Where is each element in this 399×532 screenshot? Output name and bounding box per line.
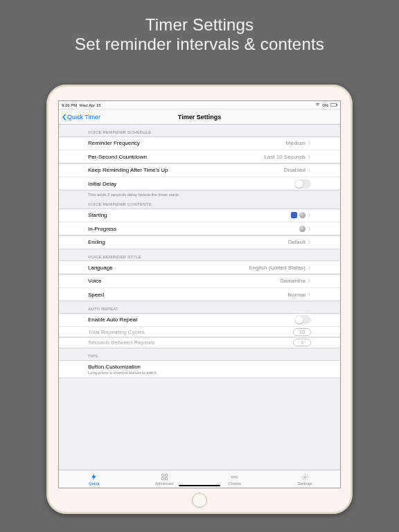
row-value: Samantha: [281, 278, 305, 284]
row-label: Enable Auto Repeat: [88, 317, 137, 323]
chevron-right-icon: [308, 265, 311, 270]
wifi-icon: [315, 103, 320, 107]
svg-rect-1: [337, 104, 337, 105]
svg-point-9: [304, 476, 306, 478]
chevron-left-icon: [62, 114, 67, 121]
tips-title: Button Customization: [88, 364, 311, 370]
grid-icon: [161, 473, 168, 481]
row-button-customization: Button Customization Long press a shortc…: [59, 360, 340, 378]
ipad-screen: 9:26 PM Wed Apr 15 0% Quick Timer Timer …: [58, 100, 341, 488]
seconds-between-field[interactable]: 3: [293, 339, 311, 346]
back-label: Quick Timer: [67, 114, 100, 121]
battery-pct: 0%: [322, 103, 328, 107]
status-bar: 9:26 PM Wed Apr 15 0%: [59, 101, 340, 109]
row-speed[interactable]: Speed Normal: [59, 287, 340, 301]
page-title: Timer Settings: [178, 114, 221, 121]
home-indicator: [179, 485, 220, 486]
row-label: Total Repeating Cycles: [88, 329, 145, 335]
chevron-right-icon: [308, 168, 311, 173]
row-per-second-countdown[interactable]: Per-Second Countdown Last 10 Seconds: [59, 150, 340, 163]
row-reminder-frequency[interactable]: Reminder Frequency Medium: [59, 136, 340, 150]
ipad-frame: 9:26 PM Wed Apr 15 0% Quick Timer Timer …: [46, 85, 353, 514]
tab-label: Advanced: [155, 481, 174, 486]
chevron-right-icon: [308, 278, 311, 284]
tab-settings[interactable]: Settings: [270, 470, 341, 488]
chevron-right-icon: [308, 292, 311, 297]
tab-bar: Quick Advanced Chains Settings: [59, 470, 340, 488]
chevron-right-icon: [308, 141, 311, 146]
row-label: Per-Second Countdown: [88, 154, 147, 160]
svg-rect-5: [165, 477, 167, 479]
chevron-right-icon: [308, 213, 311, 218]
battery-icon: [330, 103, 337, 107]
row-value: Last 10 Seconds: [264, 154, 305, 160]
row-language[interactable]: Language English (United States): [59, 260, 340, 274]
row-label: In-Progress: [88, 226, 116, 232]
row-label: Initial Delay: [88, 181, 116, 187]
section-header-tips: TIPS: [59, 348, 340, 360]
row-seconds-between: Seconds Between Repeats 3: [59, 337, 340, 348]
chevron-right-icon: [308, 226, 311, 231]
row-initial-delay[interactable]: Initial Delay: [59, 177, 340, 190]
section-header-autorepeat: AUTO REPEAT: [59, 301, 340, 313]
chevron-right-icon: [308, 154, 311, 159]
row-label: Voice: [88, 278, 102, 284]
nav-bar: Quick Timer Timer Settings: [59, 109, 340, 125]
home-button[interactable]: [192, 493, 207, 508]
tips-subtitle: Long press a shortcut button to edit it.: [88, 370, 311, 375]
section-header-contents: VOICE REMINDER CONTENTS: [59, 200, 340, 209]
voice-orb-icon: [299, 212, 305, 218]
row-total-cycles: Total Repeating Cycles 10: [59, 326, 340, 337]
row-label: Language: [88, 265, 113, 271]
row-ending[interactable]: Ending Default: [59, 236, 340, 249]
section-header-schedule: VOICE REMINDER SCHEDULE: [59, 125, 340, 136]
row-label: Speed: [88, 292, 104, 298]
svg-rect-7: [236, 476, 238, 478]
chain-icon: [231, 473, 238, 481]
svg-rect-2: [161, 474, 163, 476]
row-enable-auto-repeat[interactable]: Enable Auto Repeat: [59, 313, 340, 327]
row-keep-reminding[interactable]: Keep Reminding After Time's Up Disabled: [59, 163, 340, 177]
status-date: Wed Apr 15: [79, 103, 100, 107]
row-label: Ending: [88, 239, 105, 245]
row-value: Disabled: [284, 167, 305, 173]
row-label: Starting: [88, 212, 107, 218]
svg-rect-4: [161, 477, 163, 479]
hero-title: Timer Settings: [0, 15, 399, 35]
initial-delay-footer: This adds 2 seconds delay before the tim…: [59, 190, 340, 200]
voice-orb-icon: [299, 226, 305, 232]
row-value: English (United States): [249, 265, 305, 271]
tab-label: Settings: [297, 481, 312, 486]
name-tag-icon: [291, 212, 297, 218]
total-cycles-field[interactable]: 10: [293, 328, 311, 336]
bolt-icon: [90, 473, 98, 481]
chevron-right-icon: [308, 240, 311, 245]
svg-rect-6: [231, 476, 234, 478]
status-time: 9:26 PM: [62, 103, 77, 107]
row-voice[interactable]: Voice Samantha: [59, 274, 340, 288]
section-header-style: VOICE REMINDER STYLE: [59, 249, 340, 261]
hero-subtitle: Set reminder intervals & contents: [0, 35, 399, 54]
row-in-progress[interactable]: In-Progress: [59, 222, 340, 236]
back-button[interactable]: Quick Timer: [62, 114, 100, 121]
tab-label: Chains: [228, 481, 241, 486]
row-value: Normal: [287, 292, 305, 298]
auto-repeat-toggle[interactable]: [294, 315, 311, 324]
settings-content[interactable]: VOICE REMINDER SCHEDULE Reminder Frequen…: [59, 125, 340, 470]
gear-icon: [301, 473, 309, 481]
row-label: Keep Reminding After Time's Up: [88, 167, 168, 173]
row-value: Medium: [286, 140, 305, 146]
tab-label: Quick: [89, 481, 99, 486]
svg-rect-3: [165, 474, 167, 476]
tab-quick[interactable]: Quick: [59, 470, 130, 488]
initial-delay-toggle[interactable]: [294, 179, 311, 188]
row-value: Default: [288, 239, 305, 245]
row-starting[interactable]: Starting: [59, 209, 340, 222]
row-label: Reminder Frequency: [88, 140, 140, 146]
svg-rect-0: [330, 103, 337, 107]
row-label: Seconds Between Repeats: [88, 339, 155, 346]
